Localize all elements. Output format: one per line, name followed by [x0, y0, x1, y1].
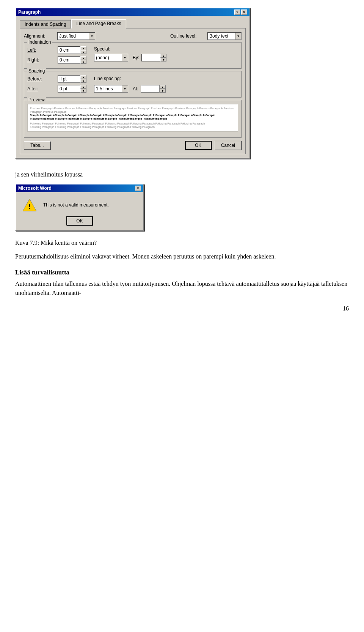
titlebar-buttons: ? × — [234, 9, 247, 15]
warning-icon: ! — [22, 198, 37, 212]
alignment-value: Justified — [58, 33, 89, 39]
left-row: Left: 0 cm ▲ ▼ — [27, 46, 86, 54]
outline-dropdown-arrow[interactable]: ▼ — [235, 33, 241, 39]
outline-label: Outline level: — [170, 33, 204, 39]
before-row: Before: ll pt ▲ ▼ — [27, 75, 86, 83]
help-button[interactable]: ? — [234, 9, 240, 15]
msword-dialog: Microsoft Word × ! This is not a valid m… — [15, 184, 144, 231]
cancel-button[interactable]: Cancel — [215, 141, 242, 150]
alignment-label: Alignment: — [24, 33, 54, 39]
right-label: Right: — [27, 57, 58, 63]
by-label: By: — [133, 55, 139, 60]
alignment-group: Alignment: Justified ▼ — [24, 32, 95, 40]
by-spin-down[interactable]: ▼ — [160, 58, 166, 61]
preview-section: Preview Previous Paragraph Previous Para… — [24, 100, 242, 138]
tab-line-page-breaks[interactable]: Line and Page Breaks — [71, 19, 126, 28]
dialog-body: Alignment: Justified ▼ Outline level: Bo… — [20, 28, 246, 154]
msword-message: This is not a valid measurement. — [43, 202, 109, 208]
at-label: At: — [133, 86, 138, 91]
after-label: After: — [27, 86, 58, 91]
spacing-label: Spacing — [27, 68, 46, 74]
ok-cancel-group: OK Cancel — [185, 141, 242, 150]
before-label: Before: — [27, 76, 58, 82]
preview-bold-text: Sample InSample InSample InSample InSamp… — [30, 113, 235, 117]
line-spacing-label: Line spacing: — [94, 76, 121, 81]
paragraph1: Peruutusmahdollisuus eliminoi vakavat vi… — [15, 252, 349, 261]
ok-button[interactable]: OK — [185, 141, 212, 150]
at-input[interactable] — [141, 85, 160, 93]
by-input[interactable] — [141, 54, 160, 61]
line-spacing-label-row: Line spacing: — [94, 76, 238, 83]
msword-dialog-container: Microsoft Word × ! This is not a valid m… — [15, 184, 349, 231]
before-spin-up[interactable]: ▲ — [80, 75, 86, 79]
after-row: After: 0 pt ▲ ▼ — [27, 85, 86, 93]
at-spin-down[interactable]: ▼ — [160, 89, 166, 93]
dialog-title: Paragraph — [18, 9, 41, 15]
right-input[interactable]: 0 cm — [58, 56, 80, 64]
preview-inner: Previous Paragraph Previous Paragraph Pr… — [27, 104, 238, 132]
right-spin: 0 cm ▲ ▼ — [58, 56, 86, 64]
line-spacing-select-row: 1.5 lines ▼ At: — [94, 85, 238, 93]
at-spin: ▲ ▼ — [141, 85, 166, 93]
at-spin-buttons: ▲ ▼ — [160, 85, 166, 93]
before-input[interactable]: ll pt — [58, 75, 80, 83]
at-spin-up[interactable]: ▲ — [160, 85, 166, 89]
before-spin: ll pt ▲ ▼ — [58, 75, 86, 83]
by-spin-buttons: ▲ ▼ — [160, 54, 166, 61]
outline-value: Body text — [208, 33, 235, 39]
right-spin-buttons: ▲ ▼ — [80, 56, 86, 64]
heading-safety: Lisää turvallisuutta — [15, 269, 349, 276]
after-input[interactable]: 0 pt — [58, 85, 80, 93]
indentation-section: Indentation Left: 0 cm — [24, 42, 242, 69]
figure-caption: Kuva 7.9: Mikä kenttä on väärin? — [15, 238, 349, 247]
preview-label: Preview — [27, 97, 46, 102]
right-spin-up[interactable]: ▲ — [80, 56, 86, 60]
outline-group: Outline level: Body text ▼ — [170, 32, 242, 40]
right-spin-down[interactable]: ▼ — [80, 60, 86, 64]
after-spin-up[interactable]: ▲ — [80, 85, 86, 89]
svg-text:!: ! — [28, 203, 31, 210]
alignment-select[interactable]: Justified ▼ — [57, 32, 95, 40]
left-spin: 0 cm ▲ ▼ — [58, 46, 86, 54]
after-spin-down[interactable]: ▼ — [80, 89, 86, 93]
line-spacing-select[interactable]: 1.5 lines ▼ — [94, 85, 128, 93]
line-spacing-dropdown-arrow[interactable]: ▼ — [122, 85, 128, 92]
before-spin-down[interactable]: ▼ — [80, 79, 86, 83]
by-spin-up[interactable]: ▲ — [160, 54, 166, 58]
close-button[interactable]: × — [241, 9, 247, 15]
preview-bold-text2: InSample InSample InSample InSample InSa… — [30, 117, 235, 120]
before-spin-buttons: ▲ ▼ — [80, 75, 86, 83]
msword-close-button[interactable]: × — [135, 186, 141, 191]
preview-following-text: Following Paragraph Following Paragraph … — [30, 122, 235, 125]
right-row: Right: 0 cm ▲ ▼ — [27, 56, 86, 64]
tabs-row: Indents and Spacing Line and Page Breaks — [20, 19, 246, 28]
special-dropdown-arrow[interactable]: ▼ — [122, 54, 128, 61]
msword-body: ! This is not a valid measurement. — [16, 192, 143, 216]
msword-ok-button[interactable]: OK — [66, 216, 93, 225]
page-number: 16 — [15, 305, 349, 312]
special-select[interactable]: (none) ▼ — [94, 54, 128, 61]
special-select-row: (none) ▼ By: ▲ — [94, 54, 238, 61]
msword-buttons: OK — [16, 216, 143, 230]
line-spacing-value: 1.5 lines — [94, 86, 122, 92]
preview-following-text2: Following Paragraph Following Paragraph … — [30, 125, 235, 129]
msword-titlebar: Microsoft Word × — [16, 184, 143, 192]
after-spin-buttons: ▲ ▼ — [80, 85, 86, 93]
dialog-buttons: Tabs... OK Cancel — [24, 141, 242, 150]
paragraph-dialog: Paragraph ? × Indents and Spacing Line a… — [15, 8, 250, 159]
left-input[interactable]: 0 cm — [58, 46, 80, 54]
dialog-titlebar: Paragraph ? × — [16, 8, 249, 16]
alignment-dropdown-arrow[interactable]: ▼ — [89, 33, 95, 39]
left-spin-down[interactable]: ▼ — [80, 50, 86, 54]
left-label: Left: — [27, 47, 58, 53]
spacing-section: Spacing Before: ll pt — [24, 71, 242, 98]
after-spin: 0 pt ▲ ▼ — [58, 85, 86, 93]
dialog-content: Indents and Spacing Line and Page Breaks… — [16, 16, 249, 158]
left-spin-up[interactable]: ▲ — [80, 46, 86, 50]
tabs-button[interactable]: Tabs... — [24, 141, 50, 150]
outline-select[interactable]: Body text ▼ — [207, 32, 242, 40]
text-above-error: ja sen virheilmoitus lopussa — [15, 170, 349, 179]
by-spin: ▲ ▼ — [141, 54, 166, 61]
tab-indents-spacing[interactable]: Indents and Spacing — [20, 20, 71, 28]
paragraph2: Automaattinen tilan tallennus estää tehd… — [15, 279, 349, 298]
